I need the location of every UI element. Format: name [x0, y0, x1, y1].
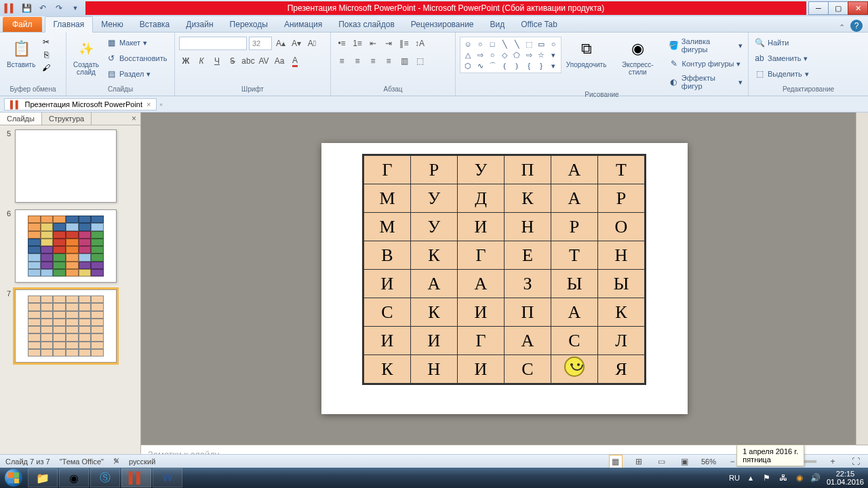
slides-tab[interactable]: Слайды [0, 113, 42, 125]
char-spacing-icon[interactable]: AV [257, 54, 271, 68]
minimize-button[interactable]: ─ [808, 1, 829, 15]
bullets-icon[interactable]: •≡ [335, 37, 349, 50]
underline-icon[interactable]: Ч [210, 54, 224, 68]
paste-button[interactable]: 📋 Вставить [4, 37, 38, 70]
section-button[interactable]: ▤Раздел ▾ [104, 68, 168, 80]
outline-tab[interactable]: Структура [42, 113, 92, 125]
qat-undo-icon[interactable]: ↶ [35, 1, 50, 15]
tab-view[interactable]: Вид [482, 17, 513, 32]
shapes-gallery[interactable]: ☺○□╲╲⬚▭○ △⇨○◇⬠⇨☆▾ ⬡∿⌒(){}▾ [460, 37, 561, 73]
start-button[interactable] [0, 468, 27, 488]
tab-transitions[interactable]: Переходы [222, 17, 276, 32]
shrink-font-icon[interactable]: A▾ [290, 37, 303, 50]
align-center-icon[interactable]: ≡ [351, 54, 364, 68]
format-painter-icon[interactable]: 🖌 [41, 62, 52, 73]
tray-clock[interactable]: 22:15 01.04.2016 [827, 470, 864, 486]
shape-fill-button[interactable]: 🪣Заливка фигуры ▾ [667, 37, 744, 54]
tab-home[interactable]: Главная [45, 16, 94, 33]
replace-button[interactable]: abЗаменить ▾ [753, 52, 810, 64]
tray-network-icon[interactable]: 🖧 [778, 472, 789, 483]
clear-format-icon[interactable]: A⃠ [305, 37, 319, 50]
numbering-icon[interactable]: 1≡ [351, 37, 364, 50]
help-button[interactable]: ? [850, 20, 863, 32]
file-tab[interactable]: Файл [3, 17, 42, 32]
shadow-icon[interactable]: abc [241, 54, 255, 68]
grow-font-icon[interactable]: A▴ [274, 37, 288, 50]
slide-thumbnail-6[interactable] [15, 209, 117, 283]
font-size-combo[interactable]: 32 [249, 37, 272, 50]
italic-icon[interactable]: К [195, 54, 208, 68]
zoom-in-icon[interactable]: + [826, 455, 840, 468]
spellcheck-icon[interactable]: ✎̸ [113, 457, 119, 466]
tab-review[interactable]: Рецензирование [403, 17, 482, 32]
new-slide-button[interactable]: ✨ Создать слайд [71, 37, 102, 77]
tab-menu[interactable]: Меню [93, 17, 131, 32]
justify-icon[interactable]: ≡ [382, 54, 395, 68]
select-button[interactable]: ⬚Выделить ▾ [753, 68, 810, 80]
find-button[interactable]: 🔍Найти [753, 37, 810, 49]
tray-language[interactable]: RU [729, 474, 740, 482]
shape-effects-button[interactable]: ◐Эффекты фигур ▾ [667, 73, 744, 91]
grid-cell: А [551, 298, 598, 327]
shape-outline-button[interactable]: ✎Контур фигуры ▾ [667, 58, 744, 70]
document-tab[interactable]: ▌▌ Презентация Microsoft PowerPoint × [4, 98, 157, 110]
tab-slideshow[interactable]: Показ слайдов [330, 17, 403, 32]
qat-save-icon[interactable]: 💾 [19, 1, 34, 15]
group-label-drawing: Рисование [460, 91, 744, 100]
thumbnails-list[interactable]: 5 6 7 [0, 125, 140, 468]
quick-styles-button[interactable]: ◉ Экспресс-стили [611, 37, 664, 77]
font-family-combo[interactable] [179, 37, 247, 50]
bold-icon[interactable]: Ж [179, 54, 193, 68]
grid-cell: А [551, 184, 598, 213]
maximize-button[interactable]: ▢ [828, 1, 848, 15]
slide-thumbnail-5[interactable] [15, 129, 117, 203]
align-left-icon[interactable]: ≡ [335, 54, 349, 68]
arrange-button[interactable]: ⧉ Упорядочить [564, 37, 608, 70]
ribbon-minimize-icon[interactable]: ⌃ [839, 23, 845, 32]
change-case-icon[interactable]: Aa [273, 54, 286, 68]
sorter-view-icon[interactable]: ⊞ [632, 455, 646, 468]
tray-update-icon[interactable]: ◉ [794, 472, 805, 483]
tray-show-hidden-icon[interactable]: ▴ [745, 472, 756, 483]
vertical-scrollbar[interactable] [856, 113, 868, 445]
align-right-icon[interactable]: ≡ [366, 54, 380, 68]
tray-volume-icon[interactable]: 🔊 [810, 472, 821, 483]
group-label-slides: Слайды [71, 85, 170, 94]
reading-view-icon[interactable]: ▭ [655, 455, 669, 468]
slide-canvas[interactable]: ГРУПАТМУДКАРМУИНРОВКГЕТНИААЗЫЫСКИПАКИИГА… [321, 143, 688, 414]
smartart-icon[interactable]: ⬚ [413, 54, 427, 68]
cut-icon[interactable]: ✂ [41, 37, 52, 47]
tab-design[interactable]: Дизайн [178, 17, 221, 32]
close-button[interactable]: ✕ [848, 1, 868, 15]
slide-thumbnail-7[interactable] [15, 289, 117, 363]
copy-icon[interactable]: ⎘ [41, 49, 52, 60]
tab-animation[interactable]: Анимация [276, 17, 330, 32]
language-indicator[interactable]: русский [129, 458, 155, 466]
columns-icon[interactable]: ▥ [397, 54, 411, 68]
task-skype-icon[interactable]: Ⓢ [90, 468, 120, 487]
task-word-icon[interactable]: W [153, 468, 182, 487]
close-doc-tab-icon[interactable]: × [146, 100, 151, 108]
task-chrome-icon[interactable]: ◉ [59, 468, 89, 487]
normal-view-icon[interactable]: ▦ [609, 455, 623, 468]
text-direction-icon[interactable]: ↕A [413, 37, 427, 50]
smiley-shape-icon[interactable]: ☺ [462, 39, 473, 49]
reset-button[interactable]: ↺Восстановить [104, 52, 168, 64]
tray-flag-icon[interactable]: ⚑ [762, 472, 772, 483]
line-spacing-icon[interactable]: ‖≡ [397, 37, 411, 50]
qat-customize-icon[interactable]: ▼ [68, 1, 83, 15]
task-explorer-icon[interactable]: 📁 [28, 468, 58, 487]
new-doc-tab-icon[interactable]: ▫ [159, 100, 162, 109]
layout-button[interactable]: ▦Макет ▾ [104, 37, 168, 49]
fit-window-icon[interactable]: ⛶ [849, 455, 863, 468]
tab-insert[interactable]: Вставка [132, 17, 178, 32]
increase-indent-icon[interactable]: ⇥ [382, 37, 395, 50]
font-color-icon[interactable]: A [288, 54, 302, 68]
slideshow-view-icon[interactable]: ▣ [678, 455, 692, 468]
decrease-indent-icon[interactable]: ⇤ [366, 37, 380, 50]
task-powerpoint-icon[interactable]: ▌▌ [121, 468, 151, 487]
close-panel-icon[interactable]: × [127, 113, 140, 125]
strike-icon[interactable]: S̶ [226, 54, 239, 68]
qat-redo-icon[interactable]: ↷ [52, 1, 66, 15]
tab-office-tab[interactable]: Office Tab [513, 17, 566, 32]
